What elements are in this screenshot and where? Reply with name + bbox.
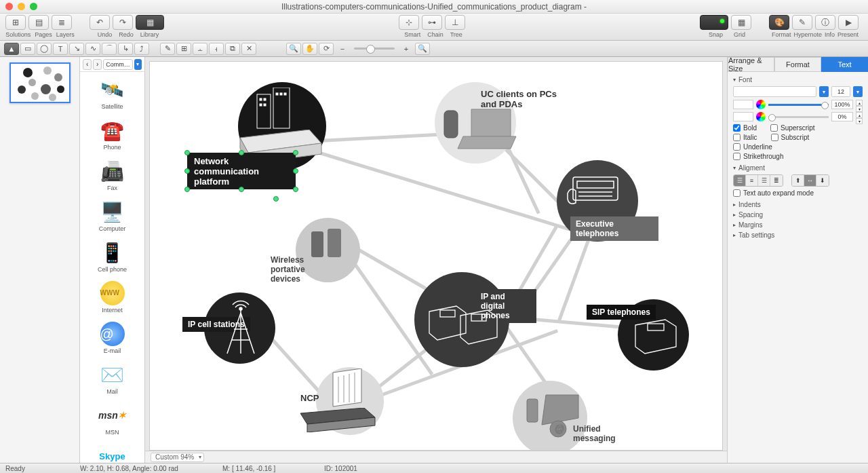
hypernote-button[interactable]: ✎ (792, 15, 812, 30)
page-thumbnail[interactable] (9, 62, 71, 103)
italic-checkbox[interactable]: Italic (733, 134, 757, 141)
grid-button[interactable]: ▦ (731, 15, 751, 30)
shape-label: E-mail (104, 347, 121, 354)
shapes-dropdown-button[interactable]: ▾ (134, 59, 142, 70)
underline-checkbox[interactable]: Underline (733, 143, 772, 151)
shapes-forward-button[interactable]: › (93, 59, 102, 70)
section-margins[interactable]: Margins (733, 221, 863, 229)
redo-button[interactable]: ↷ (113, 15, 133, 30)
opacity-stepper-2[interactable]: ▴▾ (856, 112, 863, 121)
connector-tool[interactable]: ↳ (118, 43, 133, 55)
arc-tool[interactable]: ⌒ (102, 43, 117, 55)
pan-tool[interactable]: ✋ (302, 43, 317, 55)
text-opacity-value[interactable]: 100% (831, 100, 853, 109)
valign-middle-button[interactable]: ↔ (804, 175, 816, 186)
section-spacing[interactable]: Spacing (733, 211, 863, 219)
color-wheel-icon[interactable] (756, 112, 766, 121)
info-button[interactable]: ⓘ (815, 15, 835, 30)
svg-rect-7 (280, 93, 282, 95)
font-size-step[interactable]: ▾ (853, 86, 863, 97)
bg-opacity-slider[interactable] (768, 116, 829, 118)
svg-marker-38 (542, 395, 578, 425)
color-wheel-icon[interactable] (756, 100, 766, 109)
valign-top-button[interactable]: ⬆ (792, 175, 804, 186)
tab-format[interactable]: Format (774, 57, 821, 72)
chain-button[interactable]: ⊶ (422, 15, 442, 30)
section-tabs[interactable]: Tab settings (733, 231, 863, 239)
shape-msn[interactable]: msn✶MSN (80, 400, 144, 441)
snap-button[interactable] (700, 15, 728, 30)
connector2-tool[interactable]: ⤴ (134, 43, 149, 55)
laptop-icon (456, 108, 517, 155)
svg-point-21 (239, 307, 242, 310)
zoom-minus[interactable]: − (335, 43, 350, 55)
deskphone-icon (629, 316, 683, 356)
shapes-back-button[interactable]: ‹ (83, 59, 92, 70)
layers-button[interactable]: ≣ (52, 15, 72, 30)
tree-button[interactable]: ⊥ (445, 15, 465, 30)
shapes-category-dropdown[interactable]: Comm… (103, 59, 133, 70)
bold-checkbox[interactable]: Bold (733, 124, 757, 132)
subscript-checkbox[interactable]: Subscript (771, 134, 810, 141)
text-tool[interactable]: T (53, 43, 68, 55)
tab-text[interactable]: Text (821, 57, 868, 72)
align-justify-button[interactable]: ≣ (770, 175, 783, 186)
shape-fax[interactable]: 📠Fax (80, 156, 144, 197)
section-indents[interactable]: Indents (733, 201, 863, 208)
superscript-checkbox[interactable]: Superscript (770, 124, 815, 132)
shape-computer[interactable]: 🖥️Computer (80, 197, 144, 238)
spline-tool[interactable]: ∿ (85, 43, 100, 55)
info-label: Info (825, 31, 835, 38)
present-button[interactable]: ▶ (838, 15, 859, 30)
solutions-button[interactable]: ⊞ (5, 15, 26, 30)
zoom-out-button[interactable]: 🔍 (286, 43, 301, 55)
align-center-button[interactable]: ≡ (746, 175, 758, 186)
shape-email[interactable]: @E-mail (80, 319, 144, 360)
misc-tool[interactable]: ✕ (241, 43, 256, 55)
autoexpand-checkbox[interactable]: Text auto expand mode (733, 189, 863, 197)
font-family-dropdown[interactable] (733, 86, 816, 97)
align-right-button[interactable]: ☰ (758, 175, 770, 186)
format-button[interactable]: 🎨 (769, 15, 789, 30)
zoom-fit-button[interactable]: 🔍 (415, 43, 430, 55)
rotate-tool[interactable]: ⟳ (319, 43, 334, 55)
library-button[interactable]: ▦ (136, 15, 164, 30)
selected-label-box[interactable]: Network communication platform (187, 153, 296, 189)
select-tool[interactable]: ▲ (4, 43, 19, 55)
bg-color-dropdown[interactable] (733, 112, 753, 121)
shape-skype[interactable]: SkypeSkype (80, 441, 144, 463)
edit-tool[interactable]: ✎ (160, 43, 175, 55)
shape-internet[interactable]: WWWInternet (80, 278, 144, 319)
valign-bottom-button[interactable]: ⬇ (816, 175, 829, 186)
align-tool[interactable]: ⫠ (193, 43, 208, 55)
statusbar: Ready W: 2.10, H: 0.68, Angle: 0.00 rad … (0, 463, 868, 473)
strike-checkbox[interactable]: Strikethrough (733, 153, 783, 160)
zoom-slider[interactable] (354, 48, 395, 50)
ellipse-tool[interactable]: ◯ (37, 43, 52, 55)
text-opacity-slider[interactable] (768, 104, 829, 106)
rect-tool[interactable]: ▭ (20, 43, 35, 55)
shape-cellphone[interactable]: 📱Cell phone (80, 238, 144, 278)
shape-mail[interactable]: ✉️Mail (80, 360, 144, 400)
zoom-dropdown[interactable]: Custom 94% (151, 453, 204, 462)
line-tool[interactable]: ↘ (69, 43, 84, 55)
font-size-field[interactable]: 12 (831, 86, 850, 97)
snap-tool[interactable]: ⊞ (176, 43, 191, 55)
font-family-step[interactable]: ▾ (819, 86, 829, 97)
zoom-plus[interactable]: + (399, 43, 414, 55)
canvas[interactable]: Network communication platform UC client… (149, 61, 723, 451)
undo-button[interactable]: ↶ (90, 15, 110, 30)
shape-phone[interactable]: ☎️Phone (80, 115, 144, 156)
distribute-tool[interactable]: ⫞ (209, 43, 224, 55)
group-tool[interactable]: ⧉ (225, 43, 240, 55)
section-font[interactable]: Font (733, 76, 863, 83)
text-color-dropdown[interactable] (733, 100, 753, 109)
shape-satellite[interactable]: 🛰️Satellite (80, 75, 144, 115)
smart-button[interactable]: ⊹ (399, 15, 419, 30)
tab-arrange[interactable]: Arrange & Size (728, 57, 774, 72)
section-alignment[interactable]: Aligment (733, 164, 863, 172)
bg-opacity-value[interactable]: 0% (831, 112, 853, 121)
align-left-button[interactable]: ☰ (734, 175, 746, 186)
opacity-stepper[interactable]: ▴▾ (856, 100, 863, 109)
pages-button[interactable]: ▤ (28, 15, 49, 30)
